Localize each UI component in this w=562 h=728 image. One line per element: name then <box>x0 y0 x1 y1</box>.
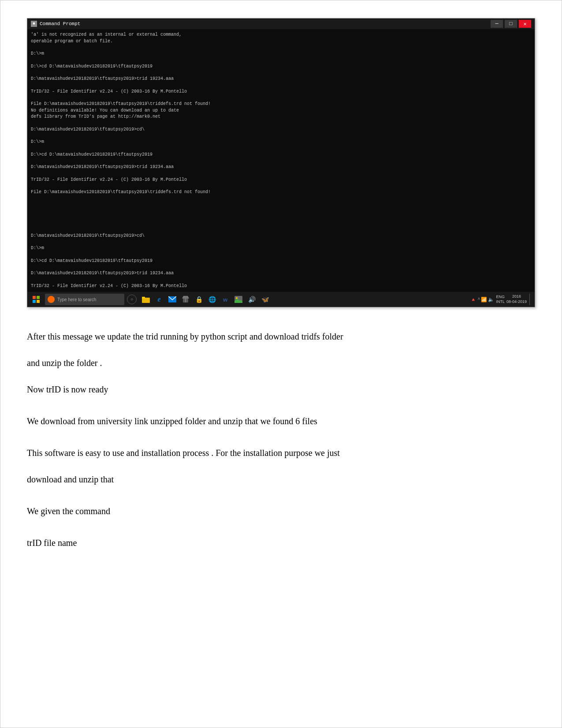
svg-rect-3 <box>37 300 40 303</box>
doc-content: After this message we update the trid ru… <box>27 325 535 567</box>
word-icon[interactable]: w <box>220 294 231 305</box>
network-icon[interactable]: 🔺 <box>470 297 476 302</box>
speaker-tray-icon[interactable]: 🔈 <box>488 297 494 302</box>
cmd-line <box>31 57 531 63</box>
cmd-title: Command Prompt <box>40 21 80 26</box>
lang-code: ENG <box>496 295 505 299</box>
cmd-line <box>31 196 531 202</box>
cmd-line: D:\matavaishudev120182019\tftautpsy2019>… <box>31 127 531 133</box>
cmd-line <box>31 183 531 189</box>
taskbar-search[interactable]: Type here to search <box>45 294 124 305</box>
svg-rect-0 <box>33 296 36 299</box>
cmd-line <box>31 264 531 270</box>
cmd-line: TrID/32 - File Identifier v2.24 - (C) 20… <box>31 283 531 290</box>
cmd-line <box>31 202 531 208</box>
taskbar-app-icons: e 🔒 🌐 w 🔊 <box>140 294 271 305</box>
cmd-line: D:\matavaishudev120182019\tftautpsy2019>… <box>31 164 531 171</box>
paragraph-2: and unzip the folder . <box>27 356 535 370</box>
paragraph-5: This software is easy to use and install… <box>27 446 535 460</box>
cmd-line: File D:\matavaishudev120182019\tftautpsy… <box>31 189 531 196</box>
paragraph-4: We download from university link unzippe… <box>27 414 535 428</box>
caret-icon[interactable]: ^ <box>477 297 480 302</box>
paragraph-8: trID file name <box>27 536 535 550</box>
volume-icon[interactable]: 🔊 <box>246 294 257 305</box>
paragraph-1: After this message we update the trid ru… <box>27 329 535 343</box>
cmd-line: 'a' is not recognized as an internal or … <box>31 32 531 38</box>
cmd-body: 'a' is not recognized as an internal or … <box>27 29 535 292</box>
paragraph-3: Now trID is now ready <box>27 382 535 396</box>
close-button[interactable]: ✕ <box>519 20 531 28</box>
wifi-icon[interactable]: 📶 <box>481 297 487 302</box>
file-explorer-icon[interactable] <box>140 294 152 305</box>
lang-locale: INTL <box>496 299 505 304</box>
language-indicator[interactable]: ENG INTL <box>496 295 505 304</box>
cmd-line: defs library from TrID's page at http://… <box>31 114 531 120</box>
taskbar: Type here to search ○ e <box>27 292 535 307</box>
cmd-titlebar-buttons: — □ ✕ <box>491 20 531 28</box>
clock-time: 2016 <box>506 294 527 299</box>
taskbar-right: 🔺 ^ 📶 🔈 ENG INTL 2016 08-04-2019 <box>470 294 533 305</box>
cortana-icon-symbol: ○ <box>130 297 133 302</box>
cmd-window: ■ Command Prompt — □ ✕ 'a' is not recogn… <box>27 18 535 307</box>
cmd-line: operable program or batch file. <box>31 38 531 45</box>
edge-browser-icon[interactable]: e <box>153 294 165 305</box>
clock-date: 08-04-2019 <box>506 299 527 305</box>
cmd-line: D:\>m <box>31 139 531 146</box>
mail-icon[interactable] <box>167 294 178 305</box>
cmd-line <box>31 120 531 127</box>
search-text: Type here to search <box>57 297 96 302</box>
cmd-line <box>31 171 531 177</box>
paragraph-6: download and unzip that <box>27 472 535 486</box>
cmd-window-icon: ■ <box>31 21 37 27</box>
app-icon[interactable]: 🦋 <box>259 294 271 305</box>
cmd-line: D:\>cd D:\matavaishudev120182019\tftautp… <box>31 258 531 265</box>
store-icon[interactable] <box>180 294 191 305</box>
photos-icon[interactable] <box>233 294 244 305</box>
paragraph-7: We given the command <box>27 504 535 518</box>
cmd-line: File D:\matavaishudev120182019\tftautpsy… <box>31 101 531 108</box>
cmd-line <box>31 133 531 139</box>
show-desktop-button[interactable] <box>529 294 533 305</box>
cortana-button[interactable]: ○ <box>127 295 137 304</box>
cmd-line <box>31 252 531 258</box>
cmd-line <box>31 158 531 164</box>
cmd-line: D:\matavaishudev120182019\tftautpsy2019>… <box>31 233 531 239</box>
svg-rect-5 <box>142 297 145 299</box>
cmd-line: D:\>cd D:\matavaishudev120182019\tftautp… <box>31 152 531 158</box>
cmd-line <box>31 214 531 220</box>
cmd-line: D:\>m <box>31 51 531 57</box>
security-icon[interactable]: 🔒 <box>193 294 205 305</box>
cmd-line <box>31 277 531 283</box>
globe-icon[interactable]: 🌐 <box>206 294 218 305</box>
cmd-line <box>31 95 531 101</box>
cmd-line: TrID/32 - File Identifier v2.24 - (C) 20… <box>31 177 531 183</box>
cmd-line <box>31 239 531 245</box>
cmd-titlebar-left: ■ Command Prompt <box>31 21 80 27</box>
minimize-button[interactable]: — <box>491 20 503 28</box>
start-button[interactable] <box>29 292 43 306</box>
clock[interactable]: 2016 08-04-2019 <box>506 294 527 304</box>
cmd-line <box>31 208 531 214</box>
svg-rect-1 <box>37 296 40 299</box>
cmd-line: D:\matavaishudev120182019\tftautpsy2019>… <box>31 270 531 277</box>
svg-marker-8 <box>182 296 189 299</box>
cmd-titlebar: ■ Command Prompt — □ ✕ <box>27 19 535 29</box>
cmd-line: D:\>m <box>31 245 531 252</box>
cmd-line <box>31 82 531 89</box>
cmd-line <box>31 45 531 51</box>
cmd-line: D:\>cd D:\matavaishudev120182019\tftautp… <box>31 63 531 70</box>
cmd-line: D:\matavaishudev120182019\tftautpsy2019>… <box>31 76 531 82</box>
page-container: ■ Command Prompt — □ ✕ 'a' is not recogn… <box>0 0 562 728</box>
cmd-line <box>31 227 531 233</box>
cmd-line <box>31 146 531 152</box>
cortana-icon <box>48 296 55 303</box>
cmd-line: No definitions available! You can downlo… <box>31 108 531 114</box>
cmd-line <box>31 70 531 76</box>
cmd-line <box>31 220 531 227</box>
svg-rect-2 <box>33 300 36 303</box>
system-tray-icons: 🔺 ^ 📶 🔈 <box>470 297 494 302</box>
maximize-button[interactable]: □ <box>505 20 517 28</box>
cmd-line: TrID/32 - File Identifier v2.24 - (C) 20… <box>31 89 531 95</box>
